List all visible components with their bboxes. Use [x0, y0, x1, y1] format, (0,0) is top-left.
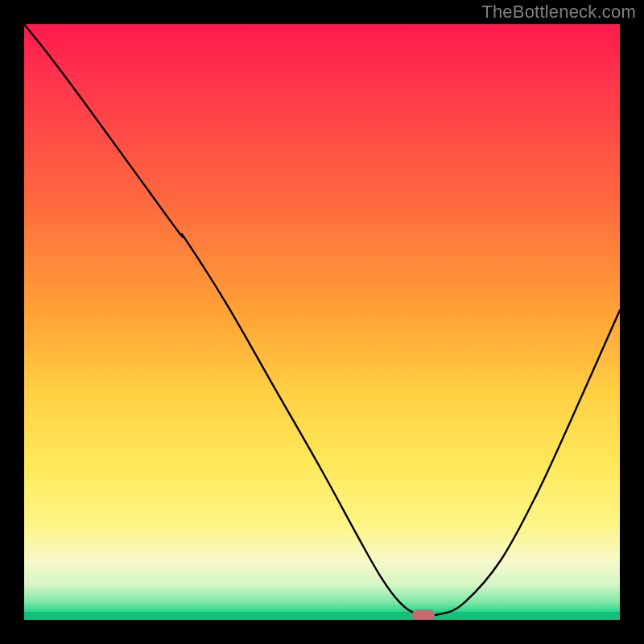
chart-frame: TheBottleneck.com — [0, 0, 644, 644]
optimal-point-marker — [412, 609, 435, 620]
bottleneck-curve — [24, 24, 620, 620]
watermark-text: TheBottleneck.com — [481, 2, 636, 23]
plot-area — [24, 24, 620, 620]
